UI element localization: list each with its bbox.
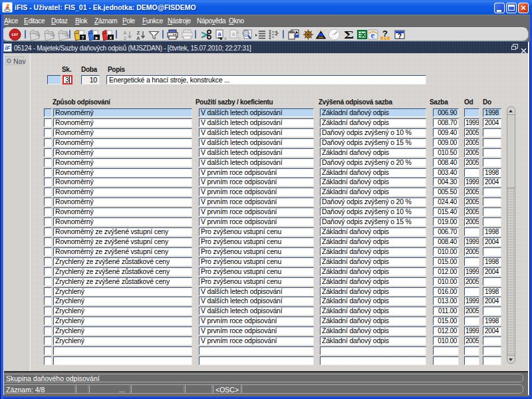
svg-text:▸: ▸: [95, 35, 98, 40]
svg-text:EXIT: EXIT: [11, 33, 18, 37]
svg-text:a: a: [224, 36, 227, 41]
svg-text:Σ: Σ: [344, 29, 354, 41]
svg-text:?: ?: [398, 33, 402, 40]
svg-text:2: 2: [124, 35, 127, 41]
svg-text:x: x: [110, 35, 112, 40]
svg-text:?: ?: [382, 29, 388, 39]
svg-text:A: A: [136, 35, 140, 41]
svg-text:?: ?: [81, 35, 84, 40]
